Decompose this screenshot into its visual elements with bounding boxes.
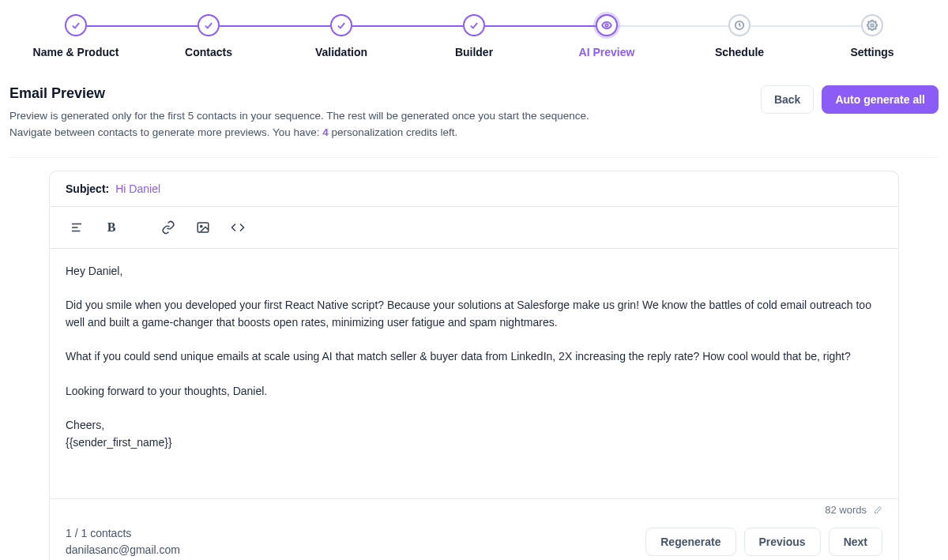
align-left-icon[interactable]: [64, 215, 89, 240]
svg-point-0: [605, 24, 608, 27]
link-icon[interactable]: [156, 215, 181, 240]
regenerate-button[interactable]: Regenerate: [645, 528, 735, 556]
next-button[interactable]: Next: [829, 528, 882, 556]
subject-value[interactable]: Hi Daniel: [115, 182, 160, 195]
svg-point-2: [871, 24, 874, 27]
check-icon: [330, 14, 352, 36]
subject-label: Subject:: [66, 182, 109, 195]
back-button[interactable]: Back: [761, 85, 814, 114]
page-title: Email Preview: [9, 85, 589, 102]
step-label: Contacts: [185, 46, 232, 58]
editor-footer: 1 / 1 contacts danilasanc@gmail.com Rege…: [50, 516, 898, 560]
desc-line-2-suffix: personalization credits left.: [329, 126, 458, 138]
clock-icon: [728, 14, 750, 36]
step-validation[interactable]: Validation: [275, 14, 408, 58]
step-label: Name & Product: [33, 46, 119, 58]
step-label: Builder: [455, 46, 493, 58]
editor-toolbar: B: [50, 207, 898, 249]
step-label: Schedule: [715, 46, 764, 58]
desc-line-1: Preview is generated only for the first …: [9, 110, 589, 122]
email-editor-card: Subject: Hi Daniel B Hey Daniel, Did you…: [49, 171, 899, 560]
step-contacts[interactable]: Contacts: [142, 14, 275, 58]
word-count-row: 82 words: [50, 498, 898, 516]
step-label: Settings: [850, 46, 893, 58]
step-schedule[interactable]: Schedule: [673, 14, 806, 58]
step-label: Validation: [315, 46, 367, 58]
step-label: AI Preview: [579, 46, 635, 58]
contact-counter: 1 / 1 contacts: [66, 525, 180, 542]
check-icon: [463, 14, 485, 36]
bold-icon[interactable]: B: [99, 215, 124, 240]
contact-info: 1 / 1 contacts danilasanc@gmail.com: [66, 525, 180, 558]
desc-line-2-prefix: Navigate between contacts to generate mo…: [9, 126, 322, 138]
edit-icon: [873, 506, 882, 515]
check-icon: [198, 14, 220, 36]
image-icon[interactable]: [190, 215, 216, 240]
gear-icon: [861, 14, 883, 36]
previous-button[interactable]: Previous: [744, 528, 821, 556]
word-count: 82 words: [825, 504, 867, 516]
step-builder[interactable]: Builder: [408, 14, 540, 58]
subject-row: Subject: Hi Daniel: [50, 171, 898, 207]
page-description: Preview is generated only for the first …: [9, 108, 589, 141]
contact-email: danilasanc@gmail.com: [66, 542, 180, 558]
auto-generate-all-button[interactable]: Auto generate all: [822, 85, 939, 114]
step-ai-preview[interactable]: AI Preview: [540, 14, 673, 58]
code-icon[interactable]: [225, 215, 250, 240]
step-settings[interactable]: Settings: [806, 14, 939, 58]
stepper: Name & Product Contacts Validation Build…: [9, 0, 939, 81]
eye-icon: [596, 14, 618, 36]
credits-count: 4: [322, 126, 329, 138]
svg-point-7: [201, 225, 202, 227]
divider: [9, 157, 939, 158]
check-icon: [65, 14, 87, 36]
step-name-product[interactable]: Name & Product: [9, 14, 142, 58]
email-body-editor[interactable]: Hey Daniel, Did you smile when you devel…: [50, 249, 898, 499]
